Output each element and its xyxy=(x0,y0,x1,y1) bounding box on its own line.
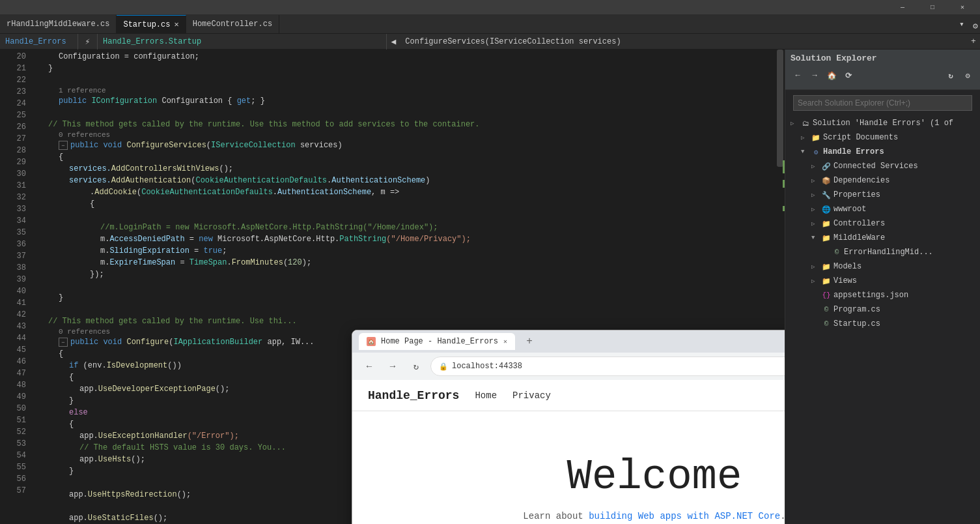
se-home-button[interactable]: 🏠 xyxy=(824,68,839,83)
folder-icon: 📁 xyxy=(821,218,832,229)
line-number: 29 xyxy=(0,156,26,168)
nav-handle-errors[interactable]: Handle_Errors xyxy=(0,34,78,50)
code-line[interactable] xyxy=(33,304,776,315)
se-back-button[interactable]: ← xyxy=(791,68,805,83)
tab-startup[interactable]: Startup.cs ✕ xyxy=(117,15,186,33)
se-tree-item-script-documents[interactable]: ▷📁Script Documents xyxy=(785,130,980,145)
code-line[interactable]: // This method gets called by the runtim… xyxy=(33,315,776,327)
line-numbers: 2021222324252627282930313233343536373839… xyxy=(0,50,33,524)
se-tree-item-controllers[interactable]: ▷📁Controllers xyxy=(785,216,980,231)
se-refresh-button[interactable]: ↻ xyxy=(944,68,958,83)
se-tree-item-models[interactable]: ▷📁Models xyxy=(785,259,980,274)
code-line[interactable]: { xyxy=(33,198,776,210)
browser-tab[interactable]: 🏠 Home Page - Handle_Errors ✕ xyxy=(359,333,515,350)
code-line[interactable] xyxy=(33,210,776,222)
code-token: app. xyxy=(79,454,98,465)
code-line[interactable]: Configuration = configuration; xyxy=(33,51,776,63)
code-token: true xyxy=(203,245,222,257)
browser-home-link[interactable]: Home xyxy=(475,390,497,401)
se-tree-item-connected-services[interactable]: ▷🔗Connected Services xyxy=(785,159,980,173)
code-line[interactable]: } xyxy=(33,292,776,304)
code-line[interactable]: −public void ConfigureServices(IServiceC… xyxy=(33,139,776,151)
code-token: //m.LoginPath = xyxy=(100,222,175,233)
code-token: app. xyxy=(79,430,98,442)
se-tree-item-views[interactable]: ▷📁Views xyxy=(785,274,980,288)
se-sync-button[interactable]: ⟳ xyxy=(841,68,856,83)
code-line[interactable]: { xyxy=(33,151,776,163)
code-token: get xyxy=(237,95,251,107)
se-tree-item-wwwroot[interactable]: ▷🌐wwwroot xyxy=(785,202,980,216)
code-line[interactable]: services.AddAuthentication(CookieAuthent… xyxy=(33,175,776,186)
code-token: { xyxy=(59,348,63,360)
code-line[interactable]: public IConfiguration Configuration { ge… xyxy=(33,95,776,107)
line-number: 42 xyxy=(0,309,26,321)
scroll-marker-2 xyxy=(783,180,785,188)
line-number: 31 xyxy=(0,180,26,192)
nav-expand-icon[interactable]: + xyxy=(967,34,980,50)
browser-address-bar[interactable]: 🔒 localhost:44338 xyxy=(430,357,785,376)
line-number: 41 xyxy=(0,297,26,309)
gear-icon[interactable]: ⚙ xyxy=(971,19,980,33)
scroll-thumb[interactable] xyxy=(777,50,783,167)
code-line[interactable]: }); xyxy=(33,269,776,280)
se-tree-item-startupcs[interactable]: ©Startup.cs xyxy=(785,317,980,331)
browser-tab-close[interactable]: ✕ xyxy=(503,338,507,345)
code-line[interactable] xyxy=(33,107,776,119)
browser-window: 🏠 Home Page - Handle_Errors ✕ + — □ ✕ ← … xyxy=(352,330,785,524)
se-settings-button[interactable]: ⚙ xyxy=(960,68,975,83)
line-number: 35 xyxy=(0,227,26,239)
line-number: 46 xyxy=(0,356,26,368)
code-line[interactable]: ⚠//m.LoginPath = new Microsoft.AspNetCor… xyxy=(33,222,776,233)
browser-new-tab-button[interactable]: + xyxy=(520,332,539,351)
code-token: Microsoft.AspNetCore.Http.PathString xyxy=(194,222,363,233)
tab-label: rHandlingMiddleware.cs xyxy=(7,20,109,29)
close-button[interactable]: ✕ xyxy=(947,0,977,14)
se-tree-item-properties[interactable]: ▷🔧Properties xyxy=(785,188,980,202)
fold-button[interactable]: − xyxy=(59,141,68,150)
code-token: UseHsts xyxy=(98,454,131,465)
browser-subtitle-text: Learn about xyxy=(523,511,589,521)
code-line[interactable]: } xyxy=(33,63,776,74)
code-line[interactable] xyxy=(33,74,776,86)
se-tree-item-solution-handle-errors-1-of[interactable]: ▷🗂Solution 'Handle Errors' (1 of xyxy=(785,116,980,130)
se-tree-item-dependencies[interactable]: ▷📦Dependencies xyxy=(785,173,980,188)
line-number: 20 xyxy=(0,51,26,63)
se-tree-arrow: ▷ xyxy=(791,120,798,127)
line-number: 55 xyxy=(0,461,26,473)
se-forward-button[interactable]: → xyxy=(807,68,822,83)
code-line[interactable]: m.AccessDeniedPath = new Microsoft.AspNe… xyxy=(33,233,776,245)
code-token: Configuration = configuration; xyxy=(59,51,199,63)
se-tree-item-milddleware[interactable]: ▼📁MilddleWare xyxy=(785,231,980,245)
tab-middleware[interactable]: rHandlingMiddleware.cs xyxy=(0,15,117,33)
maximize-button[interactable]: □ xyxy=(917,0,947,14)
folder-icon: 📦 xyxy=(821,175,832,186)
code-line[interactable] xyxy=(33,280,776,292)
browser-aspnet-link[interactable]: building Web apps with ASP.NET Core xyxy=(589,511,780,521)
se-tree-item-appsettingsjson[interactable]: {}appsettings.json xyxy=(785,288,980,302)
nav-configureservices[interactable]: ConfigureServices(IServiceCollection ser… xyxy=(400,34,967,50)
code-line[interactable]: m.SlidingExpiration = true; xyxy=(33,245,776,257)
minimize-button[interactable]: — xyxy=(888,0,917,14)
tab-homecontroller[interactable]: HomeController.cs xyxy=(186,15,279,33)
se-tree-item-handle-errors[interactable]: ▼⚙Handle Errors xyxy=(785,145,980,159)
code-line[interactable]: // This method gets called by the runtim… xyxy=(33,119,776,130)
browser-refresh-button[interactable]: ↻ xyxy=(407,357,425,375)
nav-startup[interactable]: Handle_Errors.Startup xyxy=(98,34,387,50)
code-line[interactable]: m.ExpireTimeSpan = TimeSpan.FromMinutes(… xyxy=(33,257,776,269)
line-number: 43 xyxy=(0,321,26,332)
code-line[interactable]: .AddCookie(CookieAuthenticationDefaults.… xyxy=(33,186,776,198)
browser-privacy-link[interactable]: Privacy xyxy=(512,390,551,401)
search-solution-explorer-input[interactable] xyxy=(793,95,972,111)
code-line[interactable]: services.AddControllersWithViews(); xyxy=(33,163,776,175)
code-token: . xyxy=(327,175,331,186)
line-number: 40 xyxy=(0,285,26,297)
se-tree-item-errorhandlingmid[interactable]: ©ErrorHandlingMid... xyxy=(785,245,980,259)
tab-overflow-button[interactable]: ▾ xyxy=(955,15,968,33)
browser-back-button[interactable]: ← xyxy=(360,357,378,375)
code-token: AddCookie xyxy=(94,186,137,198)
browser-forward-button[interactable]: → xyxy=(384,357,402,375)
se-tree-item-programcs[interactable]: ©Program.cs xyxy=(785,302,980,317)
fold-button[interactable]: − xyxy=(59,338,68,347)
se-tree-label: Connected Services xyxy=(833,162,980,171)
se-tree-label: Dependencies xyxy=(833,176,980,185)
